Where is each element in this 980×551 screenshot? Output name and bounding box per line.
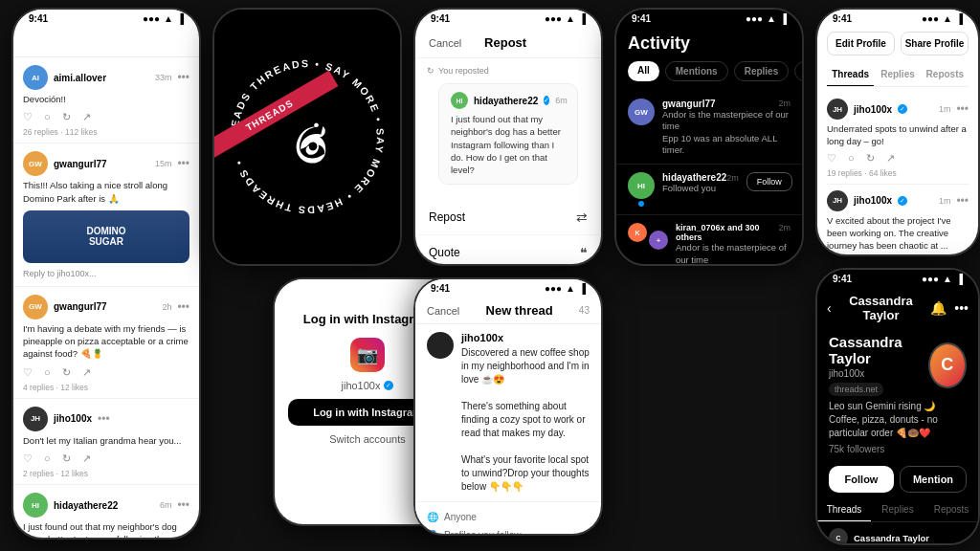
compose-text-input[interactable]: Discovered a new coffee shop in my neigh…	[461, 346, 590, 494]
share-icon-3[interactable]: ↗	[82, 366, 91, 379]
cassandra-mention-button[interactable]: Mention	[900, 466, 967, 493]
like-icon-p1[interactable]: ♡	[827, 152, 836, 165]
profile-post-avatar-2: JH	[827, 190, 848, 211]
avatar-gwang: GW	[23, 151, 48, 176]
username-2[interactable]: gwangurl77	[54, 159, 107, 169]
profile-post-time-2: 1m	[939, 196, 951, 206]
anyone-option[interactable]: 🌐 Anyone	[427, 508, 590, 526]
cassandra-post-header: C Cassandra Taylor	[829, 528, 967, 543]
time-phone7: 9:41	[833, 13, 852, 24]
quote-option-icon: ❝	[580, 245, 588, 260]
feed-post-3: GW gwangurl77 2h ••• I'm having a debate…	[13, 287, 199, 399]
like-icon-1[interactable]: ♡	[23, 111, 33, 123]
cassandra-name-group: Cassandra Taylor jiho100x threads.net	[829, 334, 928, 396]
more-btn-4[interactable]: •••	[98, 412, 110, 426]
like-icon-4[interactable]: ♡	[23, 452, 33, 465]
tab-replies[interactable]: Replies	[874, 63, 921, 86]
follow-button-2[interactable]: Follow	[746, 172, 792, 191]
reply-input[interactable]: Reply to jiho100x...	[23, 267, 189, 280]
cassandra-tab-reposts[interactable]: Reposts	[924, 498, 978, 521]
comment-icon-4[interactable]: ○	[44, 452, 51, 465]
signal-8: ●●●	[922, 274, 939, 284]
header-icons: 🔔 •••	[930, 300, 969, 316]
quote-option-row[interactable]: Quote ❝	[415, 235, 601, 264]
more-btn-5[interactable]: •••	[177, 498, 189, 512]
cassandra-follow-button[interactable]: Follow	[829, 466, 894, 493]
activity-avatar-3a: K	[628, 223, 647, 242]
action-bar-4: ♡ ○ ↻ ↗	[23, 452, 189, 465]
profiles-label: Profiles you follow	[444, 530, 522, 534]
compose-content: jiho100x Discovered a new coffee shop in…	[461, 332, 590, 494]
repost-icon-4[interactable]: ↻	[62, 452, 71, 465]
tab-all[interactable]: All	[628, 61, 659, 81]
wifi-8: ▲	[943, 274, 952, 284]
new-thread-title: New thread	[486, 303, 553, 318]
profile-post-more-1[interactable]: •••	[956, 102, 969, 116]
more-btn-3[interactable]: •••	[177, 300, 189, 314]
cassandra-tab-replies[interactable]: Replies	[871, 498, 924, 521]
share-profile-button[interactable]: Share Profile	[901, 32, 969, 55]
like-icon-3[interactable]: ♡	[23, 366, 33, 379]
phone7-body: Edit Profile Share Profile Threads Repli…	[817, 26, 978, 254]
profile-post-text-2: V excited about the project I've been wo…	[827, 214, 969, 253]
share-icon-4[interactable]: ↗	[82, 452, 91, 465]
repost-option-row[interactable]: Repost ⇄	[415, 200, 601, 235]
tab-reposts[interactable]: Reposts	[922, 63, 969, 86]
username-3[interactable]: gwangurl77	[54, 301, 107, 312]
cassandra-post-avatar: C	[829, 528, 848, 543]
tab-threads[interactable]: Threads	[827, 63, 874, 86]
repost-icon-p1[interactable]: ↻	[866, 152, 875, 165]
preview-text: I just found out that my neighbor's dog …	[451, 113, 566, 176]
back-button[interactable]: ‹	[827, 300, 832, 316]
status-icons-6: ●●● ▲ ▐	[746, 13, 787, 24]
cassandra-action-row: Follow Mention	[829, 466, 967, 493]
edit-profile-button[interactable]: Edit Profile	[827, 32, 895, 55]
repost-option-icon: ⇄	[576, 209, 588, 225]
more-btn-1[interactable]: •••	[177, 71, 189, 84]
post-header-2: GW gwangurl77 15m •••	[23, 151, 189, 176]
comment-icon-1[interactable]: ○	[44, 111, 51, 123]
wifi-5: ▲	[566, 283, 575, 294]
new-thread-cancel[interactable]: Cancel	[427, 305, 459, 317]
activity-avatars-3: K +	[628, 223, 668, 250]
avatar-gwang2: GW	[23, 295, 48, 320]
tab-mentions[interactable]: Mentions	[665, 61, 728, 81]
repost-icon-3[interactable]: ↻	[62, 366, 71, 379]
share-icon-1[interactable]: ↗	[82, 111, 91, 123]
cassandra-tab-threads[interactable]: Threads	[817, 498, 871, 521]
more-btn-2[interactable]: •••	[177, 157, 189, 170]
phone-splash: HEADS THREADS • SAY MORE • SAY MORE • HE…	[212, 8, 402, 266]
activity-username-1: gwangurl77	[662, 99, 716, 109]
tab-replies[interactable]: Replies	[734, 61, 790, 81]
username-5[interactable]: hidayathere22	[54, 500, 118, 511]
repost-icon-1[interactable]: ↻	[62, 111, 71, 123]
notification-icon[interactable]: 🔔	[930, 300, 947, 316]
username-1[interactable]: aimi.allover	[54, 73, 106, 83]
phone-cassandra: 9:41 ●●● ▲ ▐ ‹ Cassandra Taylor 🔔 ••• Ca…	[815, 268, 980, 545]
profiles-option[interactable]: 👤 Profiles you follow	[427, 526, 590, 534]
share-icon-p1[interactable]: ↗	[886, 152, 895, 165]
activity-avatar-1: GW	[628, 99, 655, 125]
anyone-label: Anyone	[444, 512, 477, 522]
cancel-button[interactable]: Cancel	[429, 37, 461, 49]
tab-verified[interactable]: Verif...	[794, 61, 802, 81]
comment-icon-3[interactable]: ○	[44, 366, 51, 379]
post-text-3: I'm having a debate with my friends — is…	[23, 322, 189, 361]
login-user-text: jiho100x	[342, 380, 381, 391]
status-bar-phone1: 9:41 ●●● ▲ ▐	[13, 10, 199, 26]
status-bar-phone6: 9:41 ●●● ▲ ▐	[616, 10, 802, 26]
profile-post-more-2[interactable]: •••	[956, 194, 969, 208]
repost-modal-header: Cancel Repost	[415, 26, 601, 58]
activity-content-1: gwangurl77 2m Andor is the masterpiece o…	[662, 99, 791, 156]
phone-feed: 9:41 ●●● ▲ ▐ AI aimi.allover 33m ••• Dev…	[11, 8, 201, 540]
battery-7: ▐	[956, 13, 963, 24]
cassandra-post-1: C Cassandra Taylor Underrated spots to u…	[817, 522, 978, 543]
phone-repost: 9:41 ●●● ▲ ▐ Cancel Repost ↻ You reposte…	[413, 8, 603, 266]
more-header-icon[interactable]: •••	[954, 300, 969, 316]
username-4[interactable]: jiho100x	[54, 413, 92, 424]
status-bar-phone8: 9:41 ●●● ▲ ▐	[817, 270, 978, 286]
switch-accounts-button[interactable]: Switch accounts	[329, 433, 405, 445]
comment-icon-p1[interactable]: ○	[848, 152, 855, 165]
profile-tabs: Threads Replies Reposts	[827, 63, 969, 87]
profile-post-avatar-1: JH	[827, 99, 848, 120]
